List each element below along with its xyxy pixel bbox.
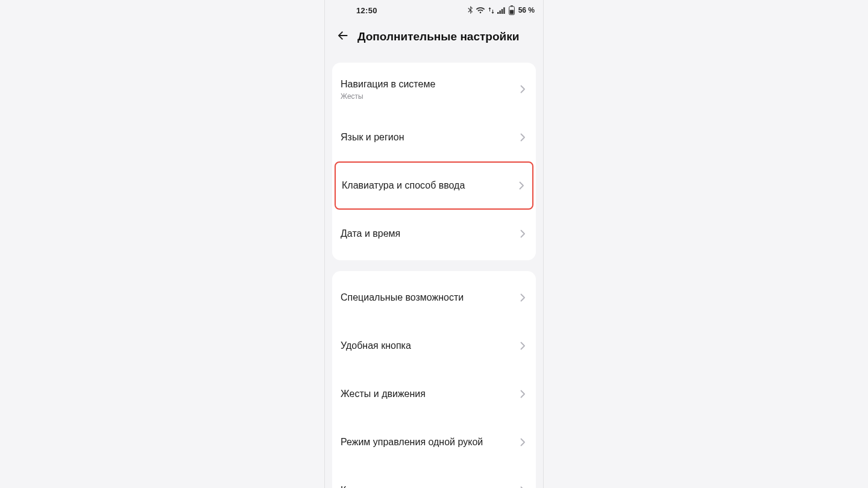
row-text: Удобная кнопка [341,340,518,352]
status-bar: 12:50 56 % [325,0,543,20]
row-title: Жесты и движения [341,388,518,400]
status-icons: 56 % [468,5,535,15]
row-keyboard-input[interactable]: Клавиатура и способ ввода [335,161,533,210]
row-gestures-motions[interactable]: Жесты и движения [332,370,536,418]
svg-rect-2 [501,9,502,14]
page-title: Дополнительные настройки [357,30,519,43]
phone-screen: 12:50 56 % [324,0,544,488]
wifi-icon [476,7,485,14]
row-text: Язык и регион [341,131,518,143]
row-title: Кнопка питания [341,484,518,488]
row-title: Дата и время [341,228,518,240]
row-date-time[interactable]: Дата и время [332,210,536,258]
chevron-right-icon [517,181,526,190]
svg-rect-3 [503,7,505,14]
chevron-right-icon [518,133,527,142]
row-one-hand-mode[interactable]: Режим управления одной рукой [332,418,536,466]
mobile-data-icon [488,7,495,14]
settings-group-2: Специальные возможности Удобная кнопка Ж… [332,271,536,488]
settings-content: Навигация в системе Жесты Язык и регион … [325,63,543,488]
chevron-right-icon [518,486,527,488]
row-title: Язык и регион [341,131,518,143]
signal-icon [497,7,506,14]
row-title: Режим управления одной рукой [341,436,518,448]
svg-rect-6 [509,10,513,14]
row-text: Дата и время [341,228,518,240]
row-text: Кнопка питания [341,484,518,488]
row-title: Навигация в системе [341,78,518,90]
row-system-navigation[interactable]: Навигация в системе Жесты [332,65,536,113]
battery-percent: 56 % [518,6,535,14]
chevron-right-icon [518,389,527,399]
chevron-right-icon [518,437,527,447]
app-header: Дополнительные настройки [325,20,543,53]
chevron-right-icon [518,229,527,239]
bluetooth-icon [468,6,473,14]
chevron-right-icon [518,84,527,94]
row-title: Специальные возможности [341,292,518,304]
arrow-left-icon [336,29,350,45]
row-accessibility[interactable]: Специальные возможности [332,274,536,322]
chevron-right-icon [518,293,527,302]
row-text: Навигация в системе Жесты [341,78,518,101]
row-title: Клавиатура и способ ввода [342,180,517,192]
row-text: Специальные возможности [341,292,518,304]
row-text: Режим управления одной рукой [341,436,518,448]
back-button[interactable] [332,26,354,48]
status-time: 12:50 [356,6,377,15]
chevron-right-icon [518,341,527,351]
row-convenience-button[interactable]: Удобная кнопка [332,322,536,370]
row-subtitle: Жесты [341,92,518,101]
row-language-region[interactable]: Язык и регион [332,113,536,161]
row-text: Жесты и движения [341,388,518,400]
row-title: Удобная кнопка [341,340,518,352]
svg-rect-1 [499,11,500,14]
battery-icon [509,5,515,15]
svg-rect-0 [497,12,498,14]
row-power-button[interactable]: Кнопка питания [332,466,536,488]
row-text: Клавиатура и способ ввода [342,180,517,192]
settings-group-1: Навигация в системе Жесты Язык и регион … [332,63,536,260]
